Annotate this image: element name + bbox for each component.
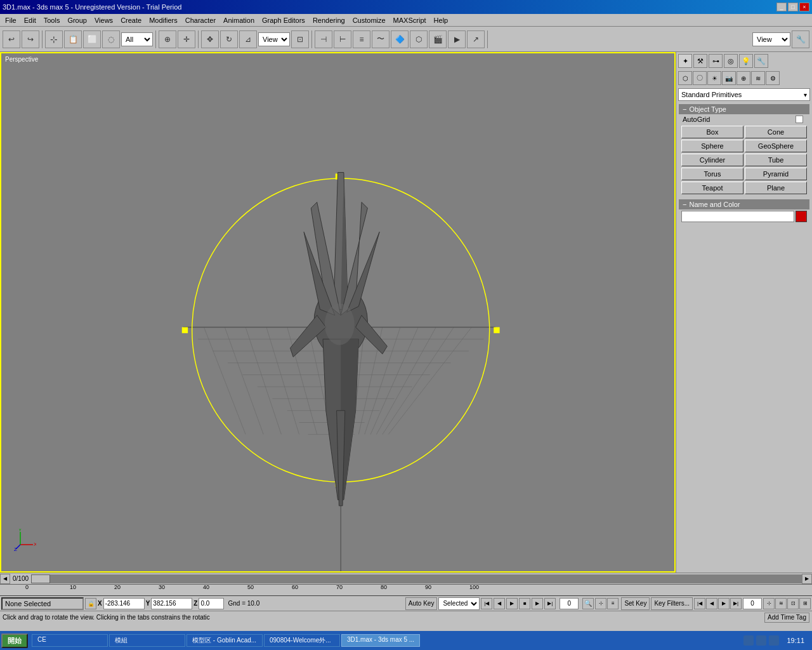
misc-btn-4[interactable]: ⊞ bbox=[799, 598, 811, 609]
menu-modifiers[interactable]: Modifiers bbox=[145, 15, 181, 25]
tube-button[interactable]: Tube bbox=[745, 154, 807, 166]
panel-tab-create[interactable]: ✦ bbox=[678, 54, 692, 68]
geosphere-button[interactable]: GeoSphere bbox=[745, 140, 807, 152]
render-btn-2[interactable]: ≡ bbox=[607, 598, 619, 609]
taskbar-item-mokuei[interactable]: 模組 bbox=[109, 634, 185, 647]
select-rotate-button[interactable]: ↻ bbox=[220, 30, 238, 48]
subtab-shapes[interactable]: 〇 bbox=[693, 71, 707, 85]
box-button[interactable]: Box bbox=[681, 126, 743, 138]
name-color-minus[interactable]: − bbox=[683, 201, 686, 208]
select-object-button[interactable]: ⊹ bbox=[45, 30, 63, 48]
use-pivot-button[interactable]: ⊡ bbox=[291, 30, 309, 48]
menu-file[interactable]: File bbox=[1, 15, 20, 25]
render-scene-button[interactable]: 🎬 bbox=[429, 30, 447, 48]
goto-start-button[interactable]: |◀ bbox=[481, 598, 492, 609]
y-input[interactable] bbox=[151, 598, 192, 609]
magnify-button[interactable]: 🔍 bbox=[582, 598, 594, 609]
snap-options-button[interactable]: ✛ bbox=[178, 30, 195, 48]
taskbar-item-ce[interactable]: CE bbox=[32, 634, 108, 647]
subtab-geometry[interactable]: ⬡ bbox=[678, 71, 692, 85]
close-button[interactable]: × bbox=[799, 3, 809, 11]
menu-tools[interactable]: Tools bbox=[40, 15, 64, 25]
subtab-systems[interactable]: ⚙ bbox=[766, 71, 780, 85]
select-move-button[interactable]: ✥ bbox=[201, 30, 219, 48]
lasso-select-button[interactable]: ◌ bbox=[102, 30, 120, 48]
curve-editor-button[interactable]: 〜 bbox=[372, 30, 390, 48]
timeline-thumb[interactable] bbox=[31, 574, 50, 583]
scroll-left-button[interactable]: ◀ bbox=[0, 574, 10, 584]
snap-toggle-button[interactable]: ⊕ bbox=[159, 30, 176, 48]
frame-number-input[interactable] bbox=[560, 598, 579, 609]
misc-btn-2[interactable]: ≋ bbox=[775, 598, 787, 609]
add-time-tag-button[interactable]: Add Time Tag bbox=[764, 613, 809, 623]
reference-coord-dropdown[interactable]: View bbox=[258, 32, 290, 46]
taskbar-item-goblin[interactable]: 模型区 - Goblin Acad... bbox=[187, 634, 263, 647]
panel-tab-hierarchy[interactable]: ⊶ bbox=[709, 54, 723, 68]
subtab-spacewarps[interactable]: ≋ bbox=[751, 71, 765, 85]
misc-btn-3[interactable]: ⊡ bbox=[787, 598, 799, 609]
set-key-button[interactable]: Set Key bbox=[621, 597, 650, 610]
teapot-button[interactable]: Teapot bbox=[681, 182, 743, 194]
material-editor-button[interactable]: ⬡ bbox=[410, 30, 428, 48]
subtab-lights[interactable]: ☀ bbox=[707, 71, 721, 85]
color-swatch[interactable] bbox=[796, 211, 807, 222]
view-mode-dropdown[interactable]: View bbox=[752, 32, 790, 46]
auto-key-button[interactable]: Auto Key bbox=[405, 597, 438, 610]
panel-tab-utilities[interactable]: 🔧 bbox=[754, 54, 768, 68]
key-filters-button[interactable]: Key Filters... bbox=[651, 597, 693, 610]
undo-button[interactable]: ↩ bbox=[3, 30, 20, 48]
render-last-button[interactable]: ↗ bbox=[467, 30, 485, 48]
autogrid-checkbox[interactable] bbox=[796, 116, 803, 123]
menu-character[interactable]: Character bbox=[181, 15, 219, 25]
plane-button[interactable]: Plane bbox=[745, 182, 807, 194]
z-input[interactable] bbox=[199, 598, 224, 609]
menu-help[interactable]: Help bbox=[430, 15, 452, 25]
render-btn-1[interactable]: ⊹ bbox=[595, 598, 606, 609]
x-input[interactable] bbox=[103, 598, 145, 609]
object-type-minus[interactable]: − bbox=[683, 105, 686, 113]
menu-animation[interactable]: Animation bbox=[219, 15, 258, 25]
next-frame-button[interactable]: ▶ bbox=[532, 598, 543, 609]
misc-btn-1[interactable]: ⊹ bbox=[763, 598, 775, 609]
select-scale-button[interactable]: ⊿ bbox=[239, 30, 257, 48]
stop-button[interactable]: ■ bbox=[519, 598, 530, 609]
torus-button[interactable]: Torus bbox=[681, 168, 743, 180]
menu-create[interactable]: Create bbox=[117, 15, 145, 25]
sphere-button[interactable]: Sphere bbox=[681, 140, 743, 152]
pyramid-button[interactable]: Pyramid bbox=[745, 168, 807, 180]
menu-customize[interactable]: Customize bbox=[349, 15, 390, 25]
schematic-button[interactable]: 🔷 bbox=[391, 30, 409, 48]
menu-edit[interactable]: Edit bbox=[20, 15, 40, 25]
start-button[interactable]: 開始 bbox=[1, 633, 28, 648]
primitives-dropdown[interactable]: Standard Primitives ▾ bbox=[678, 88, 810, 101]
menu-views[interactable]: Views bbox=[91, 15, 117, 25]
select-by-name-button[interactable]: 📋 bbox=[64, 30, 82, 48]
extra-btn-2[interactable]: ◀ bbox=[706, 598, 717, 609]
panel-tab-display[interactable]: 💡 bbox=[739, 54, 753, 68]
name-input[interactable] bbox=[681, 211, 794, 222]
layer-button[interactable]: ≡ bbox=[353, 30, 370, 48]
select-all-dropdown[interactable]: All bbox=[121, 32, 153, 46]
lock-button[interactable]: 🔒 bbox=[85, 598, 96, 609]
selected-dropdown[interactable]: Selected bbox=[438, 597, 480, 610]
extra-btn-1[interactable]: |◀ bbox=[694, 598, 705, 609]
viewport-config-button[interactable]: 🔧 bbox=[792, 30, 809, 48]
minimize-button[interactable]: _ bbox=[776, 3, 787, 11]
subtab-helpers[interactable]: ⊕ bbox=[737, 71, 750, 85]
subtab-cameras[interactable]: 📷 bbox=[722, 71, 736, 85]
menu-maxscript[interactable]: MAXScript bbox=[390, 15, 430, 25]
panel-tab-motion[interactable]: ◎ bbox=[724, 54, 738, 68]
redo-button[interactable]: ↪ bbox=[22, 30, 39, 48]
cylinder-button[interactable]: Cylinder bbox=[681, 154, 743, 166]
extra-btn-3[interactable]: ▶ bbox=[718, 598, 730, 609]
scroll-right-button[interactable]: ▶ bbox=[802, 574, 812, 584]
play-button[interactable]: ▶ bbox=[506, 598, 518, 609]
taskbar-item-welcome[interactable]: 090804-Welcome外... bbox=[264, 634, 340, 647]
rectangular-select-button[interactable]: ⬜ bbox=[83, 30, 101, 48]
cone-button[interactable]: Cone bbox=[745, 126, 807, 138]
panel-tab-modify[interactable]: ⚒ bbox=[693, 54, 707, 68]
time-input[interactable] bbox=[743, 598, 762, 609]
goto-end-button[interactable]: ▶| bbox=[544, 598, 556, 609]
prev-frame-button[interactable]: ◀ bbox=[494, 598, 505, 609]
mirror-button[interactable]: ⊣ bbox=[315, 30, 332, 48]
